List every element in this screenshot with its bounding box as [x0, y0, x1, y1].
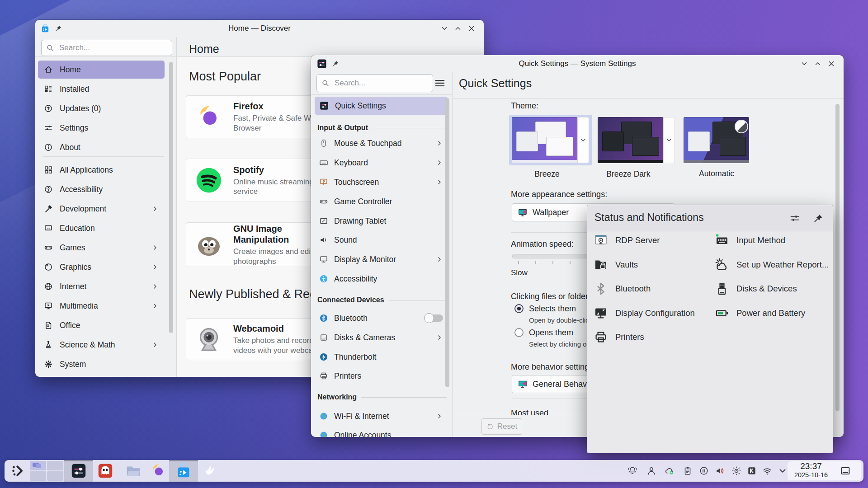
- hamburger-menu-icon[interactable]: [434, 77, 446, 89]
- sidebar-item-accessibility[interactable]: Accessibility: [315, 270, 448, 288]
- sidebar-item-all-applications[interactable]: All Applications: [38, 161, 165, 179]
- show-desktop-icon[interactable]: [840, 465, 851, 476]
- sidebar-item-bluetooth[interactable]: Bluetooth: [315, 309, 448, 327]
- slider-tick: [518, 261, 519, 264]
- sidebar-item-disks-cameras[interactable]: Disks & Cameras: [315, 328, 448, 347]
- content-scrollbar[interactable]: [835, 104, 840, 411]
- sidebar-item-about[interactable]: About: [38, 138, 165, 156]
- sidebar-item-thunderbolt[interactable]: Thunderbolt: [315, 348, 448, 366]
- sidebar-item-touchscreen[interactable]: Touchscreen: [315, 173, 448, 191]
- pager-desktop-3[interactable]: [30, 471, 46, 481]
- virtual-desktop-pager[interactable]: [30, 461, 63, 481]
- popup-item-display-configuration[interactable]: Display Configuration: [594, 306, 695, 320]
- discover-search[interactable]: [41, 40, 172, 56]
- tray-expand-chevron-icon[interactable]: [778, 466, 788, 476]
- sidebar-item-label: Education: [60, 224, 95, 233]
- falkon-task-icon[interactable]: [202, 462, 219, 479]
- brightness-icon[interactable]: [731, 466, 741, 476]
- popup-item-weather[interactable]: Set up Weather Report...: [715, 258, 829, 272]
- search-input[interactable]: [334, 78, 428, 88]
- ghostwriter-task-icon[interactable]: [97, 462, 114, 479]
- bluetooth-toggle[interactable]: [425, 314, 443, 322]
- sidebar-item-science-math[interactable]: Science & Math: [38, 336, 165, 354]
- popup-item-vaults[interactable]: Vaults: [594, 258, 638, 272]
- printer-icon: [594, 330, 608, 344]
- popup-item-disks-devices[interactable]: Disks & Devices: [715, 282, 797, 296]
- pager-desktop-2[interactable]: [47, 461, 63, 470]
- popup-item-power-battery[interactable]: Power and Battery: [715, 306, 805, 320]
- sidebar-item-mouse-touchpad[interactable]: Mouse & Touchpad: [315, 134, 448, 152]
- reset-button[interactable]: Reset: [481, 418, 522, 435]
- gear-icon: [44, 360, 53, 369]
- pin-icon[interactable]: [332, 60, 339, 67]
- volume-icon[interactable]: [715, 466, 725, 476]
- theme-breeze-dropdown[interactable]: [577, 117, 589, 163]
- pin-icon[interactable]: [55, 25, 62, 32]
- radio-selects-them[interactable]: [514, 304, 524, 313]
- firefox-task-icon[interactable]: [150, 462, 167, 479]
- sidebar-item-online-accounts[interactable]: Online Accounts: [315, 426, 448, 437]
- sidebar-item-education[interactable]: Education: [38, 219, 165, 237]
- configure-sliders-icon[interactable]: [789, 213, 800, 224]
- sidebar-item-drawing-tablet[interactable]: Drawing Tablet: [315, 212, 448, 230]
- user-icon[interactable]: [646, 466, 656, 476]
- sidebar-item-updates[interactable]: Updates (0): [38, 99, 165, 117]
- sidebar-item-installed[interactable]: Installed: [38, 80, 165, 98]
- sidebar-item-game-controller[interactable]: Game Controller: [315, 192, 448, 211]
- popup-item-rdp-server[interactable]: RDP Server: [594, 233, 660, 248]
- application-launcher-icon[interactable]: [11, 464, 25, 478]
- digital-clock[interactable]: 23:37 2025-10-16: [789, 461, 833, 479]
- maximize-icon[interactable]: [814, 60, 822, 68]
- popup-item-label: Printers: [615, 332, 644, 342]
- maximize-icon[interactable]: [454, 24, 462, 33]
- theme-preview-breeze[interactable]: [512, 117, 577, 163]
- sidebar-item-sound[interactable]: Sound: [315, 231, 448, 249]
- discover-titlebar[interactable]: Home — Discover: [35, 20, 484, 37]
- sidebar-item-development[interactable]: Development: [38, 200, 165, 218]
- close-icon[interactable]: [827, 60, 835, 68]
- sidebar-item-printers[interactable]: Printers: [315, 367, 448, 385]
- pin-icon[interactable]: [813, 213, 823, 223]
- k-app-icon[interactable]: [747, 466, 757, 476]
- popup-item-printers[interactable]: Printers: [594, 330, 644, 344]
- sidebar-scrollbar[interactable]: [169, 62, 173, 333]
- popup-item-bluetooth[interactable]: Bluetooth: [594, 282, 651, 296]
- theme-preview-automatic[interactable]: [684, 117, 749, 163]
- discover-task-icon[interactable]: [175, 462, 192, 479]
- settings-titlebar[interactable]: Quick Settings — System Settings: [311, 55, 844, 72]
- theme-preview-breeze-dark[interactable]: [598, 117, 663, 163]
- pager-desktop-4[interactable]: [47, 471, 63, 481]
- sidebar-item-label: Mouse & Touchpad: [334, 139, 402, 148]
- sidebar-item-home[interactable]: Home: [38, 61, 165, 79]
- search-input[interactable]: [58, 43, 167, 53]
- radio-opens-them[interactable]: [514, 328, 524, 337]
- minimize-icon[interactable]: [440, 24, 448, 33]
- sidebar-item-accessibility[interactable]: Accessibility: [38, 180, 165, 198]
- sidebar-scrollbar[interactable]: [445, 98, 449, 387]
- popup-item-input-method[interactable]: Input Method: [715, 233, 785, 248]
- sidebar-item-label: Internet: [60, 282, 86, 291]
- sidebar-item-keyboard[interactable]: Keyboard: [315, 154, 448, 172]
- wifi-icon[interactable]: [762, 466, 772, 476]
- theme-breeze-dark-dropdown[interactable]: [663, 117, 675, 163]
- close-icon[interactable]: [467, 24, 476, 33]
- settings-search[interactable]: [316, 74, 433, 92]
- sidebar-item-quick-settings[interactable]: Quick Settings: [315, 97, 448, 115]
- sidebar-item-graphics[interactable]: Graphics: [38, 258, 165, 276]
- system-settings-task-icon[interactable]: [70, 462, 87, 479]
- cloud-sync-icon[interactable]: [665, 466, 675, 476]
- sidebar-item-games[interactable]: Games: [38, 239, 165, 257]
- sidebar-item-wifi-internet[interactable]: Wi-Fi & Internet: [315, 407, 448, 425]
- sidebar-item-office[interactable]: Office: [38, 316, 165, 334]
- sidebar-item-multimedia[interactable]: Multimedia: [38, 297, 165, 315]
- sidebar-item-settings[interactable]: Settings: [38, 119, 165, 137]
- media-pause-icon[interactable]: [699, 466, 709, 476]
- sidebar-item-internet[interactable]: Internet: [38, 277, 165, 296]
- sidebar-item-display-monitor[interactable]: Display & Monitor: [315, 250, 448, 268]
- pager-desktop-1[interactable]: [30, 461, 46, 470]
- dolphin-task-icon[interactable]: [125, 462, 142, 479]
- notifications-bell-icon[interactable]: [627, 466, 637, 476]
- minimize-icon[interactable]: [800, 60, 808, 68]
- sidebar-item-system[interactable]: System: [38, 355, 165, 373]
- clipboard-icon[interactable]: [683, 466, 693, 476]
